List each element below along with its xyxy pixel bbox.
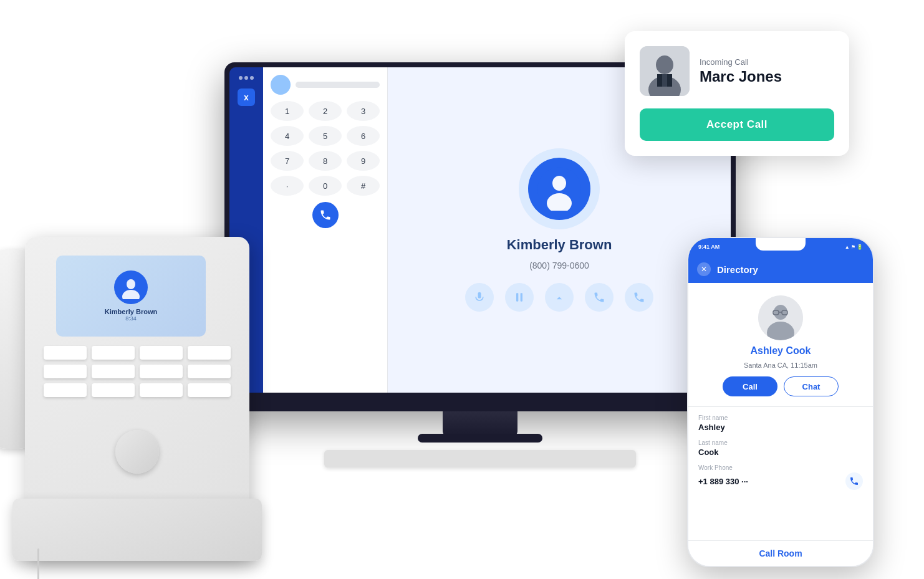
dial-key-1[interactable]: 1 <box>271 101 304 121</box>
call-contact-phone: (800) 799-0600 <box>529 261 589 270</box>
sidebar-dot <box>250 76 254 80</box>
first-name-label: First name <box>698 414 863 421</box>
mobile-contact-location: Santa Ana CA, 11:15am <box>744 361 817 369</box>
phone-key <box>92 365 135 378</box>
phone-body: Kimberly Brown 8:34 <box>25 237 249 561</box>
sidebar-dots <box>239 76 254 80</box>
mobile-contact-section: Ashley Cook Santa Ana CA, 11:15am Call C… <box>688 283 873 407</box>
work-phone-row: +1 889 330 ··· <box>698 472 863 490</box>
phone-screen-avatar <box>114 270 148 304</box>
mobile-fields: First name Ashley Last name Cook Work Ph… <box>688 407 873 540</box>
svg-point-5 <box>127 279 135 289</box>
incoming-caller-name: Marc Jones <box>700 68 782 85</box>
sidebar-dot <box>239 76 243 80</box>
mobile-content: Ashley Cook Santa Ana CA, 11:15am Call C… <box>688 283 873 566</box>
mobile-field-work-phone: Work Phone +1 889 330 ··· <box>698 464 863 490</box>
phone-key <box>188 383 231 397</box>
svg-point-1 <box>552 176 566 191</box>
dial-key-5[interactable]: 5 <box>309 126 342 146</box>
incoming-call-card: Incoming Call Marc Jones Accept Call <box>625 31 849 156</box>
mobile-chat-button[interactable]: Chat <box>784 376 839 396</box>
mobile-phone: 9:41 AM ▲ ⚑ 🔋 ✕ Directory <box>687 237 874 567</box>
call-room-button[interactable]: Call Room <box>698 548 863 558</box>
transfer-button[interactable] <box>545 283 574 312</box>
svg-rect-10 <box>657 74 662 87</box>
phone-screen-sub: 8:34 <box>125 315 137 322</box>
mobile-field-first-name: First name Ashley <box>698 414 863 432</box>
phone-key <box>44 346 87 360</box>
mobile-contact-avatar <box>758 295 803 340</box>
dial-avatar-small <box>271 75 291 95</box>
mute-button[interactable] <box>465 283 494 312</box>
dial-call-button[interactable] <box>312 202 339 228</box>
svg-rect-12 <box>662 74 667 87</box>
work-phone-label: Work Phone <box>698 464 863 471</box>
phone-nav-circle <box>115 430 159 474</box>
phone-keypad-area <box>44 346 231 397</box>
dial-key-2[interactable]: 2 <box>309 101 342 121</box>
end-call-button[interactable] <box>625 283 653 312</box>
incoming-call-label: Incoming Call <box>700 57 782 67</box>
phone-key <box>188 346 231 360</box>
dialpad-grid: 1 2 3 4 5 6 7 8 9 · 0 # <box>271 101 380 196</box>
status-icons: ▲ ⚑ 🔋 <box>845 244 863 250</box>
call-contact-avatar-ring <box>519 148 600 229</box>
svg-point-6 <box>122 290 140 299</box>
mobile-field-last-name: Last name Cook <box>698 439 863 457</box>
svg-rect-3 <box>516 293 518 301</box>
scene: x 1 2 3 4 5 6 7 <box>0 0 924 579</box>
phone-screen-name: Kimberly Brown <box>105 308 157 315</box>
last-name-label: Last name <box>698 439 863 446</box>
first-name-value: Ashley <box>698 423 863 432</box>
monitor-base-bar <box>418 434 542 443</box>
hold-button[interactable] <box>505 283 534 312</box>
mobile-frame: 9:41 AM ▲ ⚑ 🔋 ✕ Directory <box>687 237 874 567</box>
phone-screen: Kimberly Brown 8:34 <box>56 256 206 337</box>
mobile-bottom-divider: Call Room <box>688 540 873 566</box>
work-phone-value: +1 889 330 ··· <box>698 477 748 486</box>
call-contact-name: Kimberly Brown <box>507 237 612 253</box>
dial-key-9[interactable]: 9 <box>347 151 380 171</box>
dial-key-7[interactable]: 7 <box>271 151 304 171</box>
mobile-contact-name: Ashley Cook <box>751 345 811 356</box>
phone-key <box>140 346 183 360</box>
phone-key <box>92 346 135 360</box>
phone-key <box>188 365 231 378</box>
dial-input-bar <box>296 82 380 88</box>
incoming-caller-info: Incoming Call Marc Jones <box>700 57 782 85</box>
dial-key-4[interactable]: 4 <box>271 126 304 146</box>
mobile-call-button[interactable]: Call <box>723 376 777 396</box>
dial-key-3[interactable]: 3 <box>347 101 380 121</box>
dial-input-row <box>271 75 380 95</box>
last-name-value: Cook <box>698 447 863 457</box>
dial-key-8[interactable]: 8 <box>309 151 342 171</box>
keyboard-area <box>324 450 636 467</box>
mobile-header: ✕ Directory <box>688 256 873 283</box>
phone-base <box>12 499 262 561</box>
dialpad-panel: 1 2 3 4 5 6 7 8 9 · 0 # <box>263 67 388 393</box>
status-time: 9:41 AM <box>698 244 719 250</box>
phone-key <box>44 383 87 397</box>
mobile-header-title: Directory <box>717 264 758 275</box>
monitor-stand <box>443 411 517 436</box>
phone-key <box>44 365 87 378</box>
accept-call-button[interactable]: Accept Call <box>640 108 834 141</box>
svg-point-8 <box>656 55 673 74</box>
mobile-close-button[interactable]: ✕ <box>697 262 711 276</box>
phone-key <box>140 365 183 378</box>
dial-key-dot[interactable]: · <box>271 176 304 196</box>
call-contact-avatar <box>528 158 590 220</box>
phone-key <box>92 383 135 397</box>
incoming-call-top: Incoming Call Marc Jones <box>640 46 834 96</box>
dial-key-hash[interactable]: # <box>347 176 380 196</box>
dial-key-0[interactable]: 0 <box>309 176 342 196</box>
add-call-button[interactable] <box>585 283 614 312</box>
sidebar-dot <box>244 76 248 80</box>
call-actions <box>465 283 653 312</box>
work-phone-call-icon[interactable] <box>845 472 863 490</box>
sidebar-logo[interactable]: x <box>238 89 255 106</box>
dial-key-6[interactable]: 6 <box>347 126 380 146</box>
phone-cable <box>37 548 39 579</box>
mobile-action-buttons: Call Chat <box>723 376 839 396</box>
incoming-caller-avatar <box>640 46 690 96</box>
